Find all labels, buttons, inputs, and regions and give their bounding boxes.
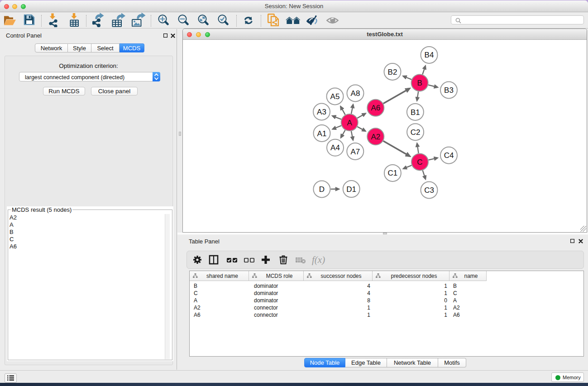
svg-text:A2: A2 [371,133,380,141]
svg-text:C2: C2 [411,128,421,137]
svg-text:C4: C4 [444,151,454,160]
svg-text:D: D [319,185,325,194]
svg-text:B4: B4 [425,51,434,59]
svg-text:A5: A5 [330,92,340,101]
svg-text:B: B [417,79,422,87]
svg-text:B1: B1 [411,108,420,117]
svg-text:A7: A7 [350,148,360,156]
svg-text:B2: B2 [388,68,397,76]
svg-text:A8: A8 [351,89,360,98]
svg-text:C1: C1 [388,169,398,177]
svg-text:C3: C3 [424,186,434,195]
svg-text:A6: A6 [371,104,380,112]
svg-text:B3: B3 [444,86,454,95]
svg-text:A1: A1 [317,129,327,138]
svg-text:A: A [347,119,353,127]
svg-text:C: C [417,158,422,167]
svg-text:A3: A3 [317,108,326,116]
svg-text:D1: D1 [346,185,356,194]
svg-text:f(x): f(x) [312,254,325,265]
svg-text:A4: A4 [330,143,340,152]
